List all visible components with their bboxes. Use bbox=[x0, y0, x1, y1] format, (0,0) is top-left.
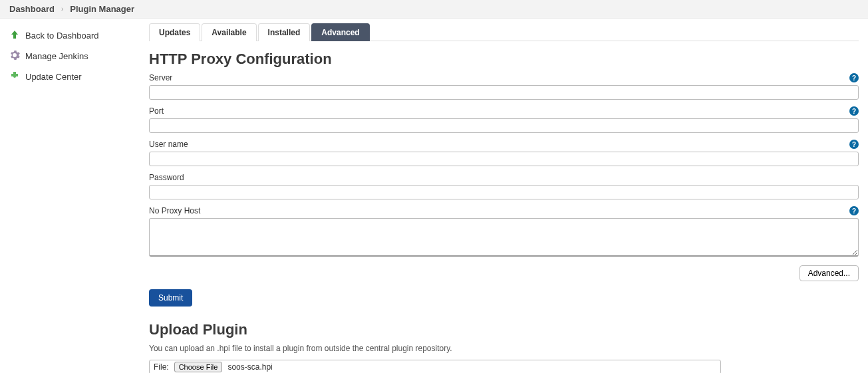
tab-advanced[interactable]: Advanced bbox=[311, 23, 369, 41]
field-username: User name ? bbox=[149, 140, 859, 166]
help-icon[interactable]: ? bbox=[849, 206, 859, 215]
upload-description: You can upload an .hpi file to install a… bbox=[149, 344, 859, 353]
breadcrumb-plugin-manager[interactable]: Plugin Manager bbox=[70, 4, 134, 14]
sidebar: Back to Dashboard Manage Jenkins Update … bbox=[0, 19, 140, 373]
upload-heading: Upload Plugin bbox=[149, 321, 859, 338]
help-icon[interactable]: ? bbox=[849, 73, 859, 82]
advanced-button[interactable]: Advanced... bbox=[799, 265, 859, 281]
chevron-right-icon: › bbox=[61, 5, 63, 13]
tab-updates[interactable]: Updates bbox=[149, 23, 200, 41]
username-label: User name bbox=[149, 140, 188, 149]
sidebar-item-update-center[interactable]: Update Center bbox=[0, 66, 140, 87]
arrow-up-icon bbox=[9, 29, 20, 42]
breadcrumb: Dashboard › Plugin Manager bbox=[0, 0, 868, 19]
sidebar-item-manage-jenkins[interactable]: Manage Jenkins bbox=[0, 46, 140, 66]
choose-file-button[interactable]: Choose File bbox=[174, 362, 223, 372]
username-input[interactable] bbox=[149, 152, 859, 166]
main-content: Updates Available Installed Advanced HTT… bbox=[140, 19, 868, 373]
proxy-heading: HTTP Proxy Configuration bbox=[149, 51, 859, 68]
gear-icon bbox=[9, 50, 20, 62]
password-label: Password bbox=[149, 173, 184, 182]
tabs: Updates Available Installed Advanced bbox=[149, 23, 859, 41]
tab-available[interactable]: Available bbox=[202, 23, 256, 41]
field-no-proxy-host: No Proxy Host ? bbox=[149, 206, 859, 259]
file-label: File: bbox=[154, 362, 169, 372]
field-password: Password bbox=[149, 173, 859, 199]
plugin-icon bbox=[9, 70, 20, 83]
field-port: Port ? bbox=[149, 106, 859, 133]
sidebar-item-back-to-dashboard[interactable]: Back to Dashboard bbox=[0, 25, 140, 46]
port-label: Port bbox=[149, 106, 164, 116]
server-input[interactable] bbox=[149, 85, 859, 100]
help-icon[interactable]: ? bbox=[849, 140, 859, 149]
submit-button[interactable]: Submit bbox=[149, 289, 192, 307]
sidebar-item-label: Update Center bbox=[25, 72, 82, 82]
breadcrumb-dashboard[interactable]: Dashboard bbox=[9, 4, 55, 14]
file-upload-row: File: Choose File soos-sca.hpi bbox=[149, 360, 721, 373]
no-proxy-label: No Proxy Host bbox=[149, 206, 200, 215]
selected-file-name: soos-sca.hpi bbox=[227, 362, 272, 372]
password-input[interactable] bbox=[149, 185, 859, 199]
tab-installed[interactable]: Installed bbox=[258, 23, 311, 41]
sidebar-item-label: Manage Jenkins bbox=[25, 51, 88, 61]
sidebar-item-label: Back to Dashboard bbox=[25, 31, 99, 41]
port-input[interactable] bbox=[149, 118, 859, 133]
no-proxy-textarea[interactable] bbox=[149, 218, 859, 257]
help-icon[interactable]: ? bbox=[849, 106, 859, 116]
field-server: Server ? bbox=[149, 73, 859, 100]
server-label: Server bbox=[149, 73, 172, 82]
